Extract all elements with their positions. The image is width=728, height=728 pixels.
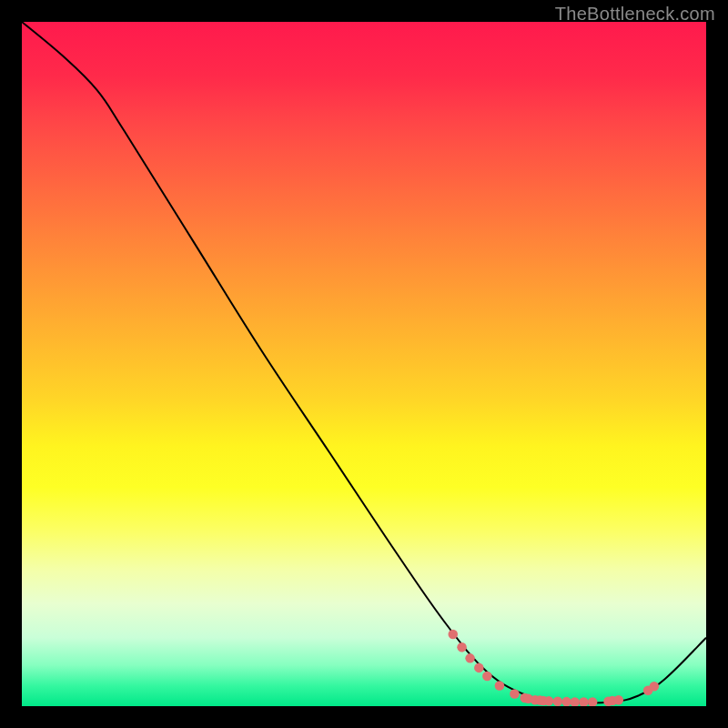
highlight-dot: [553, 696, 563, 706]
watermark-text: TheBottleneck.com: [555, 4, 715, 25]
highlight-dot: [495, 681, 505, 691]
highlight-dot: [510, 689, 520, 699]
highlight-dot: [613, 695, 623, 705]
chart-stage: TheBottleneck.com: [0, 0, 728, 728]
plot-area: [22, 22, 706, 706]
dots-layer: [22, 22, 706, 706]
highlight-dot: [561, 697, 571, 706]
highlight-dots: [448, 630, 659, 706]
highlight-dot: [448, 630, 458, 640]
highlight-dot: [579, 697, 589, 706]
highlight-dot: [570, 697, 580, 706]
highlight-dot: [482, 672, 492, 682]
highlight-dot: [544, 696, 554, 706]
highlight-dot: [650, 682, 660, 692]
highlight-dot: [465, 653, 475, 663]
highlight-dot: [457, 642, 467, 652]
highlight-dot: [474, 663, 484, 673]
highlight-dot: [588, 697, 598, 706]
